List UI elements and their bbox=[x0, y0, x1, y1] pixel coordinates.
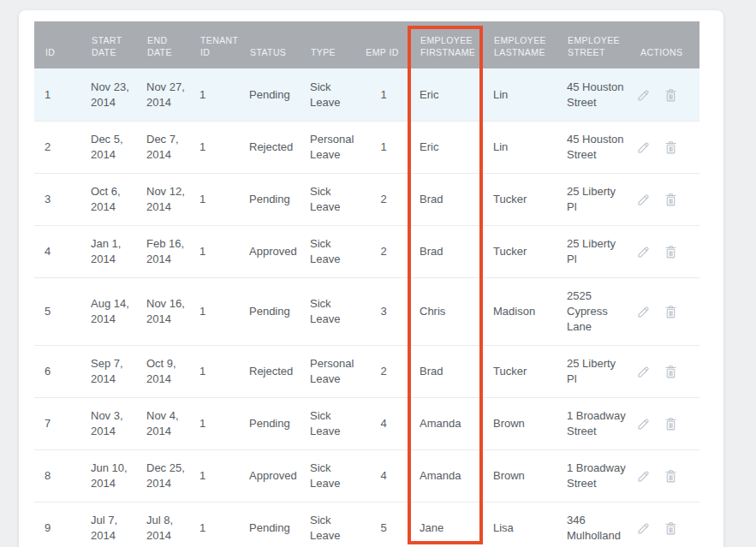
table-row[interactable]: 8Jun 10, 2014Dec 25, 20141ApprovedSick L… bbox=[34, 449, 699, 502]
cell-start_date: Aug 14, 2014 bbox=[80, 277, 136, 345]
cell-employee_firstname: Eric bbox=[409, 121, 483, 173]
cell-id: 1 bbox=[34, 68, 80, 121]
cell-start_date: Jul 7, 2014 bbox=[80, 502, 136, 547]
cell-emp_id: 1 bbox=[358, 68, 409, 121]
delete-button[interactable] bbox=[664, 245, 678, 259]
delete-button[interactable] bbox=[664, 469, 678, 484]
trash-icon bbox=[664, 521, 678, 536]
cell-employee_street: 346 Mulholland bbox=[557, 502, 629, 547]
cell-employee_firstname: Amanda bbox=[409, 397, 483, 449]
cell-status: Pending bbox=[239, 173, 300, 225]
edit-button[interactable] bbox=[636, 365, 651, 379]
cell-status: Pending bbox=[239, 397, 300, 449]
cell-start_date: Oct 6, 2014 bbox=[80, 173, 136, 225]
cell-start_date: Nov 23, 2014 bbox=[80, 68, 136, 121]
cell-id: 3 bbox=[34, 173, 80, 225]
column-header-type: TYPE bbox=[300, 21, 358, 68]
table-row[interactable]: 2Dec 5, 2014Dec 7, 20141RejectedPersonal… bbox=[34, 121, 699, 173]
edit-button[interactable] bbox=[636, 88, 651, 103]
table-row[interactable]: 4Jan 1, 2014Feb 16, 20141ApprovedSick Le… bbox=[34, 225, 699, 277]
cell-emp_id: 4 bbox=[358, 449, 409, 502]
edit-button[interactable] bbox=[636, 417, 651, 431]
trash-icon bbox=[664, 417, 678, 431]
cell-tenant_id: 1 bbox=[189, 277, 239, 345]
cell-employee_lastname: Lisa bbox=[483, 502, 557, 547]
edit-button[interactable] bbox=[636, 305, 651, 319]
cell-actions bbox=[629, 173, 699, 225]
table-row[interactable]: 3Oct 6, 2014Nov 12, 20141PendingSick Lea… bbox=[34, 173, 699, 225]
cell-emp_id: 2 bbox=[358, 345, 409, 397]
cell-tenant_id: 1 bbox=[189, 397, 239, 449]
cell-employee_street: 25 Liberty Pl bbox=[557, 345, 629, 397]
cell-id: 9 bbox=[34, 502, 80, 547]
cell-employee_firstname: Brad bbox=[409, 345, 483, 397]
delete-button[interactable] bbox=[664, 88, 678, 103]
cell-type: Sick Leave bbox=[300, 397, 358, 449]
cell-employee_firstname: Chris bbox=[409, 277, 483, 345]
cell-tenant_id: 1 bbox=[189, 68, 239, 121]
cell-status: Pending bbox=[239, 502, 300, 547]
cell-employee_lastname: Tucker bbox=[483, 225, 557, 277]
cell-start_date: Dec 5, 2014 bbox=[80, 121, 136, 173]
cell-end_date: Dec 7, 2014 bbox=[136, 121, 189, 173]
cell-employee_firstname: Brad bbox=[409, 173, 483, 225]
column-header-start_date: START DATE bbox=[80, 21, 136, 68]
cell-actions bbox=[629, 449, 699, 502]
delete-button[interactable] bbox=[664, 305, 678, 319]
table-header-row: IDSTART DATEEND DATETENANT IDSTATUSTYPEE… bbox=[34, 21, 699, 68]
column-header-employee_lastname: EMPLOYEE LASTNAME bbox=[483, 21, 557, 68]
delete-button[interactable] bbox=[664, 521, 678, 536]
cell-employee_street: 1 Broadway Street bbox=[557, 449, 629, 502]
delete-button[interactable] bbox=[664, 365, 678, 379]
edit-button[interactable] bbox=[636, 245, 651, 259]
cell-tenant_id: 1 bbox=[189, 449, 239, 502]
cell-type: Personal Leave bbox=[300, 121, 358, 173]
pencil-icon bbox=[636, 521, 651, 536]
trash-icon bbox=[664, 245, 678, 259]
table-row[interactable]: 1Nov 23, 2014Nov 27, 20141PendingSick Le… bbox=[34, 68, 699, 121]
cell-end_date: Nov 27, 2014 bbox=[136, 68, 189, 121]
cell-emp_id: 4 bbox=[358, 397, 409, 449]
table-row[interactable]: 9Jul 7, 2014Jul 8, 20141PendingSick Leav… bbox=[34, 502, 699, 547]
cell-employee_street: 2525 Cypress Lane bbox=[557, 277, 629, 345]
cell-tenant_id: 1 bbox=[189, 121, 239, 173]
cell-employee_lastname: Lin bbox=[483, 68, 557, 121]
cell-employee_lastname: Brown bbox=[483, 449, 557, 502]
column-header-id: ID bbox=[34, 21, 80, 68]
cell-employee_lastname: Tucker bbox=[483, 173, 557, 225]
leave-requests-table: IDSTART DATEEND DATETENANT IDSTATUSTYPEE… bbox=[34, 21, 699, 547]
cell-id: 4 bbox=[34, 225, 80, 277]
delete-button[interactable] bbox=[664, 417, 678, 431]
cell-type: Sick Leave bbox=[300, 68, 358, 121]
delete-button[interactable] bbox=[664, 140, 678, 155]
cell-employee_lastname: Madison bbox=[483, 277, 557, 345]
edit-button[interactable] bbox=[636, 521, 651, 536]
cell-status: Rejected bbox=[239, 345, 300, 397]
cell-start_date: Jun 10, 2014 bbox=[80, 449, 136, 502]
cell-end_date: Nov 12, 2014 bbox=[136, 173, 189, 225]
cell-emp_id: 5 bbox=[358, 502, 409, 547]
table-row[interactable]: 6Sep 7, 2014Oct 9, 20141RejectedPersonal… bbox=[34, 345, 699, 397]
edit-button[interactable] bbox=[636, 193, 651, 207]
cell-status: Approved bbox=[239, 449, 300, 502]
cell-start_date: Jan 1, 2014 bbox=[80, 225, 136, 277]
cell-end_date: Dec 25, 2014 bbox=[136, 449, 189, 502]
cell-actions bbox=[629, 345, 699, 397]
page: IDSTART DATEEND DATETENANT IDSTATUSTYPEE… bbox=[0, 0, 756, 547]
cell-id: 5 bbox=[34, 277, 80, 345]
delete-button[interactable] bbox=[664, 193, 678, 207]
cell-start_date: Nov 3, 2014 bbox=[80, 397, 136, 449]
pencil-icon bbox=[636, 305, 651, 319]
pencil-icon bbox=[636, 140, 651, 155]
edit-button[interactable] bbox=[636, 140, 651, 155]
edit-button[interactable] bbox=[636, 469, 651, 484]
cell-employee_street: 25 Liberty Pl bbox=[557, 173, 629, 225]
column-header-emp_id: EMP ID bbox=[358, 21, 409, 68]
table-row[interactable]: 5Aug 14, 2014Nov 16, 20141PendingSick Le… bbox=[34, 277, 699, 345]
cell-actions bbox=[629, 397, 699, 449]
cell-id: 7 bbox=[34, 397, 80, 449]
cell-employee_street: 25 Liberty Pl bbox=[557, 225, 629, 277]
pencil-icon bbox=[636, 88, 651, 103]
table-row[interactable]: 7Nov 3, 2014Nov 4, 20141PendingSick Leav… bbox=[34, 397, 699, 449]
cell-tenant_id: 1 bbox=[189, 173, 239, 225]
